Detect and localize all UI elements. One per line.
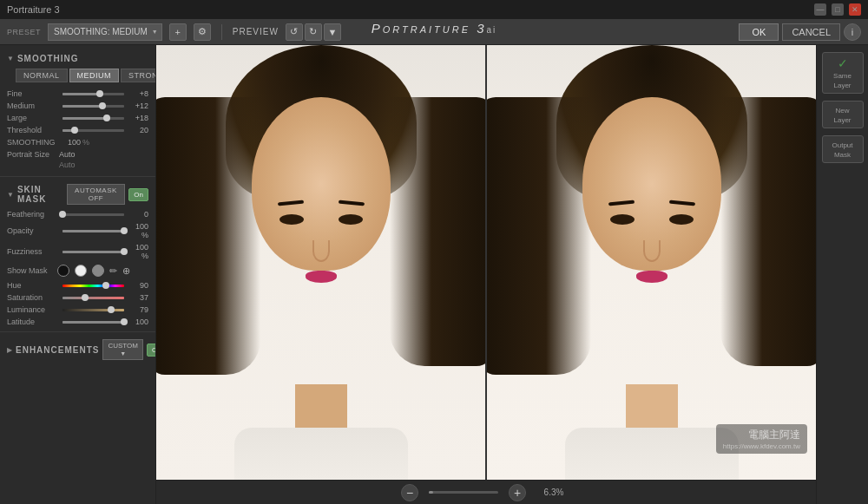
- add-preset-button[interactable]: +: [169, 23, 187, 41]
- section-divider-2: [0, 331, 155, 332]
- enhancements-on-button[interactable]: On: [147, 344, 156, 357]
- fuzziness-thumb[interactable]: [121, 248, 128, 255]
- new-layer-label1: New: [825, 107, 861, 115]
- close-button[interactable]: ✕: [849, 3, 861, 16]
- zoom-out-button[interactable]: −: [401, 484, 418, 501]
- threshold-slider-thumb[interactable]: [71, 127, 78, 134]
- preset-dropdown[interactable]: SMOOTHING: MEDIUM: [48, 23, 162, 41]
- saturation-thumb[interactable]: [82, 294, 89, 301]
- same-layer-button[interactable]: ✓ Same Layer: [822, 52, 864, 94]
- mask-dropper-tool[interactable]: ⊕: [122, 265, 130, 277]
- toolbar-right-buttons: OK CANCEL i: [739, 23, 861, 41]
- ok-button[interactable]: OK: [739, 23, 779, 41]
- mask-color-gray[interactable]: [92, 265, 104, 277]
- threshold-value: 20: [128, 126, 148, 134]
- threshold-slider[interactable]: [62, 129, 124, 132]
- settings-button[interactable]: ⚙: [194, 23, 211, 41]
- hue-slider[interactable]: [62, 285, 124, 287]
- enhancements-collapse-icon: ▶: [7, 346, 12, 354]
- mask-color-black[interactable]: [57, 265, 69, 277]
- preview-after: 電腦主阿達 https://www.kfdev.com.tw: [487, 45, 816, 480]
- eye-right-2: [669, 214, 694, 225]
- right-panel: ✓ Same Layer New Layer Output Mask: [816, 45, 868, 504]
- medium-slider-thumb[interactable]: [99, 102, 106, 109]
- hair-left-left: [156, 97, 260, 375]
- hair-right-right: [720, 97, 816, 366]
- output-mask-label2: Mask: [825, 151, 861, 159]
- large-label: Large: [7, 114, 59, 122]
- mask-color-white[interactable]: [75, 265, 87, 277]
- expand-button[interactable]: ▼: [324, 23, 341, 41]
- medium-slider[interactable]: [62, 105, 124, 108]
- bottom-bar: − + 6.3%: [156, 480, 816, 504]
- checkmark-icon: ✓: [825, 56, 861, 70]
- preview-label: PREVIEW: [233, 27, 279, 36]
- hue-thumb[interactable]: [102, 282, 109, 289]
- opacity-thumb[interactable]: [121, 227, 128, 234]
- skin-mask-on-button[interactable]: On: [128, 188, 148, 201]
- smooth-normal-button[interactable]: NORMAL: [16, 69, 68, 82]
- fuzziness-slider-row: Fuzziness 100 %: [0, 241, 155, 262]
- output-mask-button[interactable]: Output Mask: [822, 135, 864, 163]
- large-slider[interactable]: [62, 117, 124, 120]
- main-layout: ▼ SMOOTHING NORMAL MEDIUM STRONG Fine +8…: [0, 45, 868, 504]
- minimize-button[interactable]: —: [814, 3, 826, 16]
- custom-dropdown-button[interactable]: CUSTOM: [102, 339, 143, 360]
- enhancements-header: ▶ ENHANCEMENTS CUSTOM On: [0, 336, 155, 363]
- opacity-slider[interactable]: [62, 230, 124, 232]
- zoom-level-display: 6.3%: [536, 488, 571, 497]
- luminance-label: Luminance: [7, 305, 59, 314]
- large-slider-thumb[interactable]: [103, 115, 110, 121]
- info-button[interactable]: i: [844, 23, 861, 41]
- smooth-medium-button[interactable]: MEDIUM: [69, 69, 120, 82]
- zoom-in-button[interactable]: +: [509, 484, 526, 501]
- center-area: 電腦主阿達 https://www.kfdev.com.tw − + 6.3%: [156, 45, 816, 504]
- preview-before: [156, 45, 485, 480]
- hair-left-right: [487, 97, 591, 375]
- smoothing-amount-row: SMOOTHING 100 %: [0, 136, 155, 148]
- mask-pencil-tool[interactable]: ✏: [109, 265, 117, 277]
- smoothing-amount-value: 100: [68, 138, 81, 147]
- smooth-strong-button[interactable]: STRONG: [121, 69, 156, 82]
- threshold-label: Threshold: [7, 126, 59, 134]
- automask-button[interactable]: AUTOMASK OFF: [67, 184, 126, 205]
- opacity-value: 100 %: [128, 222, 148, 239]
- skin-mask-title: SKIN MASK: [17, 185, 63, 204]
- face-right: [582, 97, 721, 271]
- feathering-value: 0: [128, 210, 148, 219]
- after-face-image: 電腦主阿達 https://www.kfdev.com.tw: [487, 45, 816, 480]
- maximize-button[interactable]: □: [832, 3, 844, 16]
- fuzziness-value: 100 %: [128, 243, 148, 260]
- large-slider-fill: [62, 117, 107, 120]
- luminance-slider[interactable]: [62, 309, 124, 311]
- fuzziness-slider[interactable]: [62, 251, 124, 253]
- undo-button[interactable]: ↺: [286, 23, 303, 41]
- smoothing-section-header[interactable]: ▼ SMOOTHING: [0, 50, 155, 67]
- latitude-thumb[interactable]: [121, 318, 128, 325]
- luminance-value: 79: [128, 305, 148, 314]
- latitude-slider[interactable]: [62, 321, 124, 324]
- threshold-slider-row: Threshold 20: [0, 124, 155, 136]
- lips-2: [636, 271, 667, 283]
- watermark-text1: 電腦主阿達: [723, 428, 800, 442]
- before-face-image: [156, 45, 485, 480]
- hue-slider-row: Hue 90: [0, 279, 155, 291]
- latitude-value: 100: [128, 317, 148, 326]
- feathering-thumb[interactable]: [59, 211, 66, 218]
- saturation-slider[interactable]: [62, 297, 124, 299]
- fine-slider[interactable]: [62, 93, 124, 95]
- nose-1: [312, 240, 330, 262]
- eyebrow-left-2: [608, 200, 634, 206]
- zoom-slider[interactable]: [429, 491, 498, 494]
- fine-slider-thumb[interactable]: [96, 90, 103, 97]
- luminance-thumb[interactable]: [108, 306, 115, 313]
- fine-value: +8: [128, 89, 148, 98]
- eye-left-1: [279, 214, 304, 225]
- feathering-slider[interactable]: [62, 213, 124, 216]
- medium-value: +12: [128, 101, 148, 110]
- redo-button[interactable]: ↻: [305, 23, 322, 41]
- medium-slider-row: Medium +12: [0, 100, 155, 112]
- large-slider-row: Large +18: [0, 112, 155, 124]
- new-layer-button[interactable]: New Layer: [822, 101, 864, 128]
- cancel-button[interactable]: CANCEL: [782, 23, 840, 41]
